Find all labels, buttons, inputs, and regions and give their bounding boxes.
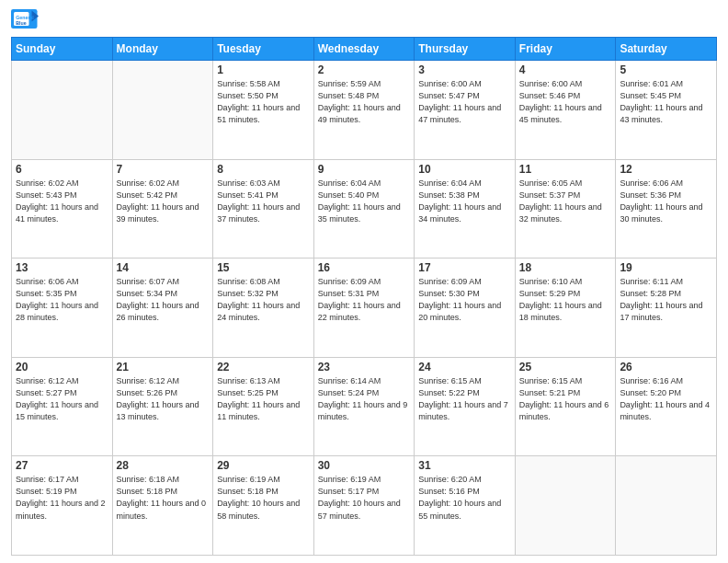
day-number: 10	[418, 163, 511, 176]
day-info: Sunrise: 6:15 AM Sunset: 5:21 PM Dayligh…	[519, 375, 612, 423]
day-info: Sunrise: 6:05 AM Sunset: 5:37 PM Dayligh…	[519, 178, 612, 225]
day-info: Sunrise: 6:00 AM Sunset: 5:47 PM Dayligh…	[418, 78, 511, 126]
calendar-cell	[12, 61, 113, 160]
day-number: 9	[318, 163, 411, 176]
day-number: 23	[318, 361, 411, 373]
calendar-cell: 16Sunrise: 6:09 AM Sunset: 5:31 PM Dayli…	[313, 259, 415, 358]
calendar-cell: 14Sunrise: 6:07 AM Sunset: 5:34 PM Dayli…	[112, 259, 213, 358]
weekday-header-row: SundayMondayTuesdayWednesdayThursdayFrid…	[12, 38, 717, 61]
calendar-cell: 24Sunrise: 6:15 AM Sunset: 5:22 PM Dayli…	[415, 357, 516, 456]
day-info: Sunrise: 6:13 AM Sunset: 5:25 PM Dayligh…	[217, 375, 310, 423]
calendar-week-5: 27Sunrise: 6:17 AM Sunset: 5:19 PM Dayli…	[12, 456, 717, 556]
day-number: 17	[418, 261, 511, 274]
calendar-cell	[616, 456, 717, 556]
day-info: Sunrise: 6:06 AM Sunset: 5:35 PM Dayligh…	[16, 276, 108, 324]
day-number: 1	[217, 63, 310, 76]
weekday-header-saturday: Saturday	[616, 38, 717, 61]
calendar-cell: 20Sunrise: 6:12 AM Sunset: 5:27 PM Dayli…	[12, 357, 113, 456]
day-info: Sunrise: 6:14 AM Sunset: 5:24 PM Dayligh…	[318, 375, 411, 423]
day-number: 4	[519, 63, 612, 76]
day-info: Sunrise: 5:58 AM Sunset: 5:50 PM Dayligh…	[217, 78, 310, 126]
calendar-week-3: 13Sunrise: 6:06 AM Sunset: 5:35 PM Dayli…	[12, 259, 717, 358]
day-number: 11	[519, 163, 612, 176]
day-info: Sunrise: 6:06 AM Sunset: 5:36 PM Dayligh…	[620, 178, 712, 225]
day-number: 14	[117, 261, 210, 274]
day-info: Sunrise: 6:18 AM Sunset: 5:18 PM Dayligh…	[117, 474, 210, 522]
calendar-cell: 21Sunrise: 6:12 AM Sunset: 5:26 PM Dayli…	[112, 357, 213, 456]
calendar-cell: 17Sunrise: 6:09 AM Sunset: 5:30 PM Dayli…	[415, 259, 516, 358]
calendar-table: SundayMondayTuesdayWednesdayThursdayFrid…	[11, 37, 717, 556]
day-number: 16	[318, 261, 411, 274]
day-info: Sunrise: 6:20 AM Sunset: 5:16 PM Dayligh…	[418, 474, 511, 522]
calendar-cell	[515, 456, 616, 556]
calendar-cell: 30Sunrise: 6:19 AM Sunset: 5:17 PM Dayli…	[313, 456, 415, 556]
calendar-cell: 18Sunrise: 6:10 AM Sunset: 5:29 PM Dayli…	[515, 259, 616, 358]
logo-icon: General Blue	[11, 9, 39, 31]
day-number: 15	[217, 261, 310, 274]
day-info: Sunrise: 6:15 AM Sunset: 5:22 PM Dayligh…	[418, 375, 511, 423]
day-number: 7	[117, 163, 210, 176]
calendar-week-4: 20Sunrise: 6:12 AM Sunset: 5:27 PM Dayli…	[12, 357, 717, 456]
day-number: 25	[519, 361, 612, 373]
calendar-cell: 2Sunrise: 5:59 AM Sunset: 5:48 PM Daylig…	[313, 61, 415, 160]
svg-text:Blue: Blue	[16, 20, 26, 26]
day-info: Sunrise: 6:01 AM Sunset: 5:45 PM Dayligh…	[620, 78, 712, 126]
day-info: Sunrise: 6:17 AM Sunset: 5:19 PM Dayligh…	[16, 474, 108, 522]
day-info: Sunrise: 6:04 AM Sunset: 5:38 PM Dayligh…	[418, 178, 511, 225]
day-info: Sunrise: 6:03 AM Sunset: 5:41 PM Dayligh…	[217, 178, 310, 225]
calendar-cell: 3Sunrise: 6:00 AM Sunset: 5:47 PM Daylig…	[415, 61, 516, 160]
calendar-cell: 5Sunrise: 6:01 AM Sunset: 5:45 PM Daylig…	[616, 61, 717, 160]
day-number: 26	[620, 361, 712, 373]
day-number: 12	[620, 163, 712, 176]
day-info: Sunrise: 6:12 AM Sunset: 5:26 PM Dayligh…	[117, 375, 210, 423]
day-info: Sunrise: 5:59 AM Sunset: 5:48 PM Dayligh…	[318, 78, 411, 126]
calendar-cell: 12Sunrise: 6:06 AM Sunset: 5:36 PM Dayli…	[616, 159, 717, 259]
day-number: 30	[318, 459, 411, 472]
calendar-cell: 8Sunrise: 6:03 AM Sunset: 5:41 PM Daylig…	[213, 159, 314, 259]
weekday-header-monday: Monday	[112, 38, 213, 61]
calendar-cell: 13Sunrise: 6:06 AM Sunset: 5:35 PM Dayli…	[12, 259, 113, 358]
day-info: Sunrise: 6:12 AM Sunset: 5:27 PM Dayligh…	[16, 375, 108, 423]
day-info: Sunrise: 6:16 AM Sunset: 5:20 PM Dayligh…	[620, 375, 712, 423]
calendar-week-1: 1Sunrise: 5:58 AM Sunset: 5:50 PM Daylig…	[12, 61, 717, 160]
day-number: 20	[16, 361, 108, 373]
day-number: 18	[519, 261, 612, 274]
weekday-header-wednesday: Wednesday	[313, 38, 415, 61]
day-number: 8	[217, 163, 310, 176]
calendar-cell: 28Sunrise: 6:18 AM Sunset: 5:18 PM Dayli…	[112, 456, 213, 556]
weekday-header-sunday: Sunday	[12, 38, 113, 61]
calendar-cell	[112, 61, 213, 160]
day-info: Sunrise: 6:04 AM Sunset: 5:40 PM Dayligh…	[318, 178, 411, 225]
calendar-cell: 9Sunrise: 6:04 AM Sunset: 5:40 PM Daylig…	[313, 159, 415, 259]
calendar-cell: 11Sunrise: 6:05 AM Sunset: 5:37 PM Dayli…	[515, 159, 616, 259]
header: General Blue	[11, 9, 717, 31]
calendar-cell: 22Sunrise: 6:13 AM Sunset: 5:25 PM Dayli…	[213, 357, 314, 456]
day-number: 31	[418, 459, 511, 472]
day-number: 13	[16, 261, 108, 274]
calendar-cell: 26Sunrise: 6:16 AM Sunset: 5:20 PM Dayli…	[616, 357, 717, 456]
calendar-cell: 29Sunrise: 6:19 AM Sunset: 5:18 PM Dayli…	[213, 456, 314, 556]
calendar-cell: 6Sunrise: 6:02 AM Sunset: 5:43 PM Daylig…	[12, 159, 113, 259]
day-number: 24	[418, 361, 511, 373]
svg-text:General: General	[16, 15, 34, 20]
calendar-cell: 7Sunrise: 6:02 AM Sunset: 5:42 PM Daylig…	[112, 159, 213, 259]
day-info: Sunrise: 6:19 AM Sunset: 5:18 PM Dayligh…	[217, 474, 310, 522]
day-number: 27	[16, 459, 108, 472]
calendar-cell: 1Sunrise: 5:58 AM Sunset: 5:50 PM Daylig…	[213, 61, 314, 160]
calendar-cell: 10Sunrise: 6:04 AM Sunset: 5:38 PM Dayli…	[415, 159, 516, 259]
page: General Blue SundayMondayTuesdayWednesda…	[0, 0, 728, 563]
day-number: 5	[620, 63, 712, 76]
calendar-cell: 31Sunrise: 6:20 AM Sunset: 5:16 PM Dayli…	[415, 456, 516, 556]
day-number: 22	[217, 361, 310, 373]
day-number: 6	[16, 163, 108, 176]
day-info: Sunrise: 6:00 AM Sunset: 5:46 PM Dayligh…	[519, 78, 612, 126]
logo: General Blue	[11, 9, 39, 31]
day-info: Sunrise: 6:19 AM Sunset: 5:17 PM Dayligh…	[318, 474, 411, 522]
day-number: 2	[318, 63, 411, 76]
day-number: 28	[117, 459, 210, 472]
day-number: 3	[418, 63, 511, 76]
day-info: Sunrise: 6:11 AM Sunset: 5:28 PM Dayligh…	[620, 276, 712, 324]
day-info: Sunrise: 6:09 AM Sunset: 5:30 PM Dayligh…	[418, 276, 511, 324]
calendar-cell: 15Sunrise: 6:08 AM Sunset: 5:32 PM Dayli…	[213, 259, 314, 358]
weekday-header-thursday: Thursday	[415, 38, 516, 61]
